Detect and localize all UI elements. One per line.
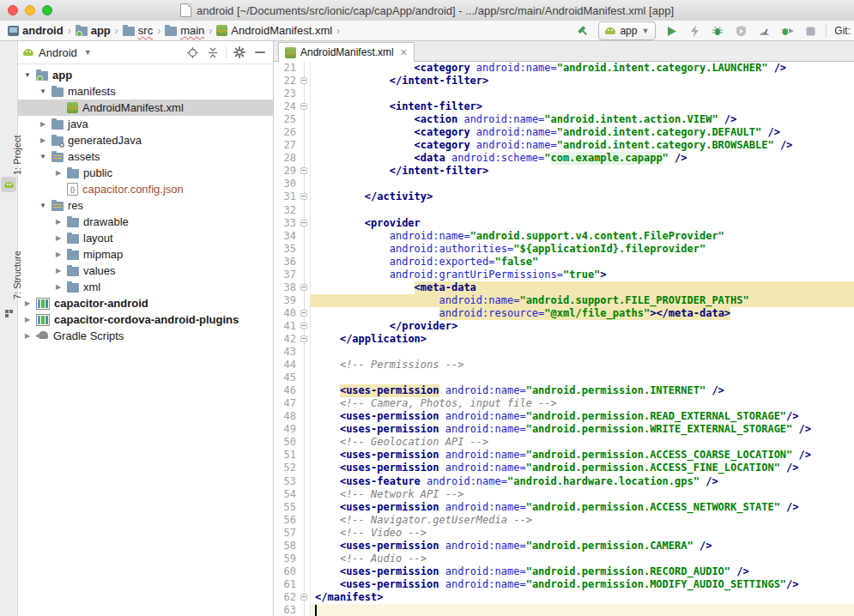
coverage-icon[interactable] <box>733 23 748 39</box>
tree-item-capacitor-android[interactable]: ▶capacitor-android <box>18 295 273 311</box>
code-token: <uses-permission <box>340 410 439 423</box>
collapsed-arrow-icon[interactable]: ▶ <box>54 267 63 275</box>
collapsed-arrow-icon[interactable]: ▶ <box>23 299 32 307</box>
breadcrumb-item-src[interactable]: src <box>122 24 154 37</box>
expanded-arrow-icon[interactable]: ▼ <box>39 153 47 160</box>
indent <box>315 423 340 436</box>
project-view-selector[interactable]: Android <box>39 46 77 59</box>
tree-item-generatedjava[interactable]: ▶generatedJava <box>18 132 273 148</box>
collapsed-arrow-icon[interactable]: ▶ <box>54 218 63 226</box>
expanded-arrow-icon[interactable]: ▼ <box>39 88 47 95</box>
fold-marker-icon[interactable] <box>300 77 307 84</box>
tool-button-structure[interactable]: 7: Structure <box>0 217 17 299</box>
tree-item-drawable[interactable]: ▶drawable <box>18 214 273 230</box>
line-number: 48 <box>274 410 299 423</box>
run-config-selector[interactable]: app ▼ <box>598 21 656 40</box>
zoom-window-button[interactable] <box>42 5 52 15</box>
debug-icon[interactable] <box>710 23 725 39</box>
code-token: /> <box>761 126 780 139</box>
fold-marker-icon[interactable] <box>300 220 307 226</box>
indent <box>315 462 340 474</box>
close-tab-icon[interactable]: ✕ <box>400 47 408 58</box>
fold-gutter <box>299 178 310 190</box>
fold-marker-icon[interactable] <box>300 193 307 200</box>
indent <box>315 269 390 281</box>
fold-marker-icon[interactable] <box>300 335 307 342</box>
code-line-31: 31 </activity> <box>274 190 854 203</box>
indent <box>315 527 340 540</box>
tree-item-gradle-scripts[interactable]: ▶Gradle Scripts <box>18 328 273 344</box>
expanded-arrow-icon[interactable]: ▼ <box>23 71 32 79</box>
code-token: </intent-filter> <box>390 165 489 178</box>
collapsed-arrow-icon[interactable]: ▶ <box>23 316 32 323</box>
tree-item-capacitor-cordova-android-plugins[interactable]: ▶capacitor-cordova-android-plugins <box>18 311 273 328</box>
tree-item-manifests[interactable]: ▼manifests <box>18 83 273 100</box>
collapsed-arrow-icon[interactable]: ▶ <box>39 136 47 144</box>
apply-changes-icon[interactable] <box>687 23 702 39</box>
tool-button-project[interactable]: 1: Project <box>0 100 17 175</box>
tree-item-java[interactable]: ▶java <box>18 116 273 132</box>
fold-gutter <box>299 269 310 281</box>
code-token: <uses-permission <box>340 578 439 591</box>
fold-gutter <box>299 88 310 100</box>
fold-marker-icon[interactable] <box>300 594 307 601</box>
tree-item-capacitor-config-json[interactable]: {}capacitor.config.json <box>18 181 273 197</box>
line-number: 56 <box>274 514 299 527</box>
collapsed-arrow-icon[interactable]: ▶ <box>54 283 63 291</box>
profiler-icon[interactable] <box>756 23 772 39</box>
run-icon[interactable] <box>663 23 679 39</box>
fold-marker-icon[interactable] <box>300 167 307 174</box>
collapse-all-icon[interactable] <box>205 45 221 60</box>
close-window-button[interactable] <box>8 5 18 15</box>
tree-item-xml[interactable]: ▶xml <box>18 279 273 295</box>
indent <box>315 75 390 88</box>
fold-marker-icon[interactable] <box>300 310 307 317</box>
code-token <box>439 501 445 514</box>
code-token: /> <box>780 501 799 514</box>
code-token: <!-- Camera, Photos, input file --> <box>340 397 557 410</box>
fold-gutter <box>299 449 310 462</box>
attach-debugger-icon[interactable] <box>779 23 795 39</box>
project-tool-icon[interactable] <box>1 177 16 192</box>
build-hammer-icon[interactable] <box>575 23 591 39</box>
code-line-content: <uses-permission android:name="android.p… <box>310 462 854 474</box>
tree-item-layout[interactable]: ▶layout <box>18 230 273 246</box>
fold-marker-icon[interactable] <box>300 103 307 110</box>
locate-icon[interactable] <box>185 45 200 60</box>
collapsed-arrow-icon[interactable]: ▶ <box>54 234 63 242</box>
collapsed-arrow-icon[interactable]: ▶ <box>23 332 32 340</box>
tree-item-app[interactable]: ▼app <box>18 67 273 83</box>
line-number: 39 <box>274 294 299 307</box>
breadcrumb-item-android[interactable]: android <box>7 24 64 37</box>
code-token: "android.permission.ACCESS_COARSE_LOCATI… <box>526 449 793 462</box>
code-editor[interactable]: 21 <category android:name="android.inten… <box>274 62 854 616</box>
breadcrumb-item-androidmanifest-xml[interactable]: AndroidManifest.xml <box>215 24 333 37</box>
settings-gear-icon[interactable] <box>232 45 247 60</box>
breadcrumb-item-main[interactable]: main <box>164 24 205 37</box>
tree-item-values[interactable]: ▶values <box>18 263 273 279</box>
code-line-content <box>310 604 854 616</box>
minimize-window-button[interactable] <box>25 5 35 15</box>
breadcrumb-item-app[interactable]: app <box>75 24 112 37</box>
structure-tool-icon[interactable] <box>1 305 16 321</box>
tree-item-res[interactable]: ▼res <box>18 197 273 214</box>
tree-item-mipmap[interactable]: ▶mipmap <box>18 246 273 263</box>
code-token: <!-- Navigator.getUserMedia --> <box>340 514 532 527</box>
fold-marker-icon[interactable] <box>300 323 307 329</box>
tree-item-assets[interactable]: ▼assets <box>18 148 273 165</box>
vcs-widget[interactable]: Git: <box>834 25 852 37</box>
tree-item-public[interactable]: ▶public <box>18 165 273 181</box>
collapsed-arrow-icon[interactable]: ▶ <box>54 251 63 258</box>
fold-marker-icon[interactable] <box>300 284 307 291</box>
tab-androidmanifest[interactable]: AndroidManifest.xml ✕ <box>278 42 415 62</box>
tree-item-androidmanifest-xml[interactable]: AndroidManifest.xml <box>18 100 273 116</box>
indent <box>315 333 340 346</box>
stop-icon[interactable] <box>803 23 818 39</box>
collapsed-arrow-icon[interactable]: ▶ <box>54 169 63 177</box>
expanded-arrow-icon[interactable]: ▼ <box>39 202 47 209</box>
line-number: 57 <box>274 527 299 540</box>
code-line-56: 56 <!-- Navigator.getUserMedia --> <box>274 514 854 527</box>
collapsed-arrow-icon[interactable]: ▶ <box>39 120 47 128</box>
fold-gutter <box>299 591 310 604</box>
hide-panel-icon[interactable] <box>252 45 268 60</box>
